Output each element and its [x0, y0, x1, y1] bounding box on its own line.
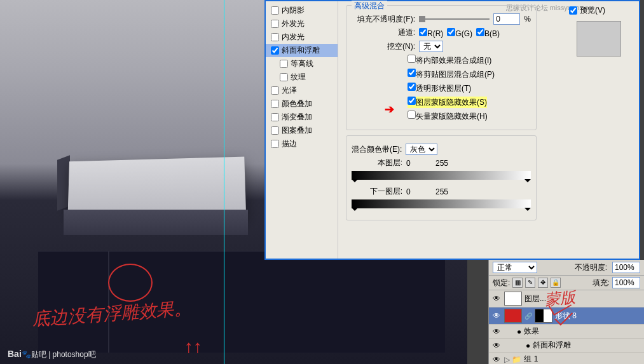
advanced-blending-group: 高级混合 填充不透明度(F): % 通道: R(R)G(G)B(B) 挖空(N)… — [346, 5, 537, 130]
visibility-icon[interactable]: 👁 — [491, 355, 502, 364]
channel-R(R)[interactable]: R(R) — [419, 29, 443, 38]
style-item-纹理[interactable]: 纹理 — [266, 71, 338, 84]
preview-thumbnail — [577, 21, 621, 57]
this-layer-gradient[interactable] — [352, 171, 531, 180]
opt-矢量蒙版隐藏效果(H)[interactable]: 矢量蒙版隐藏效果(H) — [408, 111, 488, 122]
layer-row[interactable]: 👁●效果 — [489, 325, 644, 339]
visibility-icon[interactable]: 👁 — [491, 327, 502, 336]
lock-transparency-icon[interactable]: ▦ — [512, 278, 523, 288]
channel-G(G)[interactable]: G(G) — [447, 29, 472, 38]
layer-row[interactable]: 👁●斜面和浮雕 — [489, 339, 644, 353]
style-list: 内阴影外发光内发光斜面和浮雕等高线纹理光泽颜色叠加渐变叠加图案叠加描边 — [266, 1, 338, 259]
style-item-等高线[interactable]: 等高线 — [266, 57, 338, 71]
layer-row[interactable]: 👁▷ 📁组 1 — [489, 353, 644, 364]
annotation-arrow-up: ↑↑ — [184, 337, 202, 357]
style-item-图案叠加[interactable]: 图案叠加 — [266, 124, 338, 137]
layer-name: 图层... — [524, 293, 546, 304]
blend-if-group: 混合颜色带(E): 灰色 本图层:0255 下一图层:0255 — [346, 135, 537, 220]
visibility-icon[interactable]: 👁 — [491, 311, 502, 320]
layer-name: 组 1 — [524, 354, 538, 364]
blendif-channel-select[interactable]: 灰色 — [406, 144, 437, 155]
opt-透明形状图层(T)[interactable]: 透明形状图层(T) — [408, 83, 471, 94]
visibility-icon[interactable]: 👁 — [491, 341, 502, 350]
layer-style-dialog: 内阴影外发光内发光斜面和浮雕等高线纹理光泽颜色叠加渐变叠加图案叠加描边 思缘设计… — [264, 0, 640, 260]
style-item-斜面和浮雕[interactable]: 斜面和浮雕 — [266, 44, 338, 57]
annotation-circle — [108, 264, 153, 302]
style-item-内阴影[interactable]: 内阴影 — [266, 4, 338, 17]
opt-将内部效果混合成组(I)[interactable]: 将内部效果混合成组(I) — [408, 55, 491, 66]
style-item-内发光[interactable]: 内发光 — [266, 30, 338, 44]
under-layer-gradient[interactable] — [352, 199, 531, 208]
guide-line[interactable] — [224, 0, 224, 364]
style-options: 思缘设计论坛 missyuan.com 预览(V) 高级混合 填充不透明度(F)… — [338, 1, 639, 259]
tray-front — [64, 210, 248, 235]
fill-opacity-input[interactable] — [493, 13, 520, 25]
preview-section: 预览(V) — [564, 4, 634, 60]
red-arrow-icon: ➔ — [385, 102, 394, 116]
layers-panel-header: 正常 不透明度: — [489, 260, 644, 276]
opt-将剪贴图层混合成组(P)[interactable]: 将剪贴图层混合成组(P) — [408, 69, 495, 80]
preview-checkbox[interactable]: 预览(V) — [564, 4, 634, 17]
mask-arrow-lines — [550, 300, 575, 326]
opt-图层蒙版隐藏效果(S)[interactable]: 图层蒙版隐藏效果(S) — [408, 97, 487, 108]
layer-fill-input[interactable] — [612, 277, 640, 288]
lock-position-icon[interactable]: ✥ — [538, 278, 548, 288]
style-item-渐变叠加[interactable]: 渐变叠加 — [266, 111, 338, 124]
channels-row: 通道: R(R)G(G)B(B) — [352, 27, 531, 38]
visibility-icon[interactable]: 👁 — [491, 294, 502, 303]
scanner-base — [38, 251, 445, 353]
blend-mode-select[interactable]: 正常 — [493, 262, 537, 273]
style-item-光泽[interactable]: 光泽 — [266, 84, 338, 97]
fill-opacity-row: 填充不透明度(F): % — [352, 13, 531, 25]
lock-all-icon[interactable]: 🔒 — [551, 278, 561, 288]
layer-name: 斜面和浮雕 — [533, 340, 571, 351]
style-item-颜色叠加[interactable]: 颜色叠加 — [266, 97, 338, 111]
knockout-row: 挖空(N): 无 — [352, 41, 531, 52]
lock-pixels-icon[interactable]: ✎ — [525, 278, 535, 288]
watermark-bottom: Bai🐾贴吧 | photoshop吧 — [8, 349, 96, 360]
fill-opacity-slider[interactable] — [419, 18, 490, 20]
style-item-描边[interactable]: 描边 — [266, 137, 338, 151]
layer-opacity-input[interactable] — [612, 262, 640, 273]
channel-B(B)[interactable]: B(B) — [476, 29, 500, 38]
knockout-select[interactable]: 无 — [419, 41, 443, 52]
layer-name: 效果 — [524, 326, 539, 337]
group-title: 高级混合 — [352, 1, 387, 11]
style-item-外发光[interactable]: 外发光 — [266, 17, 338, 30]
scanner-tray — [68, 157, 247, 217]
